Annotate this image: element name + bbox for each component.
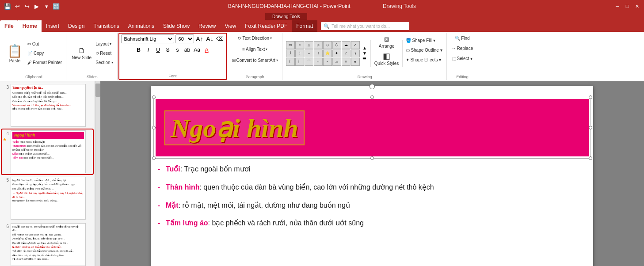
slide-pink-bar[interactable]: Ngoại hình (156, 99, 589, 156)
menu-file[interactable]: File (0, 20, 18, 32)
maximize-btn[interactable]: □ (624, 3, 631, 10)
menu-design[interactable]: Design (64, 20, 89, 32)
section-button[interactable]: Section▾ (94, 58, 114, 67)
menu-home[interactable]: Home (18, 20, 42, 32)
shape-16[interactable]: } (351, 49, 360, 57)
shape-12[interactable]: ↕ (314, 49, 323, 57)
slide-title[interactable]: Ngoại hình (164, 110, 305, 145)
slide-num-4: 4 (3, 131, 9, 136)
shape-3[interactable]: △ (305, 41, 313, 49)
font-size-select[interactable]: 60 (175, 34, 194, 43)
check-icon[interactable]: 🔠 (52, 2, 60, 10)
font-increase-btn[interactable]: A↑ (195, 34, 204, 43)
slide-thumb-3[interactable]: 3 Tâm nguyễn đặc tả... Có nghĩa được nhữ… (2, 83, 93, 128)
title-bar-controls[interactable]: ─ □ ✕ (614, 3, 640, 10)
shape-9[interactable]: ⤴ (286, 49, 295, 57)
ribbon: 📋 Paste ✂ Cut 📄 Copy 🖌 Format Painter Cl… (0, 32, 644, 81)
minimize-btn[interactable]: ─ (614, 3, 621, 10)
menu-review[interactable]: Review (194, 20, 220, 32)
shape-15[interactable]: { (342, 49, 351, 57)
handle-bc[interactable] (370, 156, 374, 160)
shape-14[interactable]: ✦ (332, 49, 341, 57)
shape-more[interactable]: ☰ (362, 56, 366, 61)
shape-outline-btn[interactable]: ▭ Shape Outline ▾ (404, 46, 443, 55)
strikethrough-btn[interactable]: S (164, 46, 172, 54)
shape-22[interactable]: ⌓ (332, 58, 341, 66)
slide-thumb-4[interactable]: 4 ★ Ngoại hình Tuổi: Trạc ngoài bốn mươi… (2, 129, 93, 174)
menu-transitions[interactable]: Transitions (89, 20, 123, 32)
handle-br[interactable] (589, 156, 592, 160)
align-text-btn[interactable]: ≡ Align Text ▾ (241, 45, 269, 53)
handle-ml[interactable] (152, 126, 156, 129)
bold-btn[interactable]: B (134, 46, 143, 54)
shape-2[interactable]: ○ (295, 41, 304, 49)
underline-btn[interactable]: U (154, 46, 163, 54)
shape-13[interactable]: ⭐ (323, 49, 332, 57)
paste-button[interactable]: 📋 Paste (4, 43, 25, 64)
copy-button[interactable]: 📄 Copy (26, 49, 63, 58)
shape-1[interactable]: ▭ (286, 41, 295, 49)
save-icon[interactable]: 💾 (4, 2, 11, 10)
handle-tl[interactable] (152, 95, 156, 99)
shape-17[interactable]: 〖 (286, 58, 295, 66)
menu-insert[interactable]: Insert (42, 20, 64, 32)
close-btn[interactable]: ✕ (633, 3, 640, 10)
slides-scroll-thumb[interactable] (95, 84, 100, 97)
handle-mr[interactable] (589, 126, 592, 129)
shape-24[interactable]: ⎈ (351, 58, 360, 66)
shape-effects-btn[interactable]: ✦ Shape Effects ▾ (404, 56, 443, 65)
layout-button[interactable]: Layout▾ (94, 40, 114, 49)
font-name-select[interactable]: Bahnschrift Lig (121, 34, 174, 43)
shadow-btn[interactable]: s (173, 46, 182, 54)
customize-icon[interactable]: ▾ (42, 2, 50, 10)
select-btn[interactable]: ⬚ Select ▾ (451, 54, 474, 63)
shape-18[interactable]: 〗 (295, 58, 304, 66)
shape-7[interactable]: ☁ (342, 41, 351, 49)
undo-icon[interactable]: ↩ (13, 2, 21, 10)
shape-6[interactable]: ⬡ (332, 41, 341, 49)
handle-bl[interactable] (152, 156, 156, 160)
format-painter-button[interactable]: 🖌 Format Painter (26, 58, 63, 67)
shape-19[interactable]: ⌒ (305, 58, 313, 66)
shape-20[interactable]: ⌣ (314, 58, 323, 66)
cut-button[interactable]: ✂ Cut (26, 40, 63, 49)
spacing-btn[interactable]: ab (183, 46, 192, 54)
find-btn[interactable]: 🔍 Find (453, 34, 471, 42)
shape-scroll-down[interactable]: ▼ (362, 51, 367, 56)
menu-animations[interactable]: Animations (124, 20, 159, 32)
arrange-button[interactable]: ⧈ Arrange (377, 34, 396, 49)
menu-slideshow[interactable]: Slide Show (159, 20, 194, 32)
font-color-btn[interactable]: A (202, 46, 211, 54)
convert-smartart-btn[interactable]: ⊞ Convert to SmartArt ▾ (231, 56, 279, 65)
menu-foxit[interactable]: Foxit Reader PDF (240, 20, 292, 32)
shape-23[interactable]: ⌗ (342, 58, 351, 66)
shape-21[interactable]: ⌢ (323, 58, 332, 66)
reset-button[interactable]: ↺ Reset (94, 49, 114, 58)
shape-11[interactable]: ↔ (305, 49, 313, 57)
shape-scroll-up[interactable]: ▲ (362, 46, 367, 50)
shape-10[interactable]: ⤵ (295, 49, 304, 57)
shape-4[interactable]: ▷ (314, 41, 323, 49)
replace-btn[interactable]: ↔ Replace (450, 44, 475, 53)
italic-btn[interactable]: I (144, 46, 153, 54)
search-placeholder[interactable]: Tell me what you want to do... (332, 24, 390, 29)
text-direction-btn[interactable]: ⟳ Text Direction ▾ (236, 34, 273, 42)
shape-8[interactable]: ↗ (351, 41, 360, 49)
quick-styles-button[interactable]: ◧ Quick Styles (373, 50, 401, 67)
shape-fill-btn[interactable]: 🪣 Shape Fill ▾ (404, 36, 443, 45)
clear-format-btn[interactable]: ⌫ (216, 34, 225, 43)
shape-5[interactable]: ◇ (323, 41, 332, 49)
slide-thumb-5[interactable]: 5 Người đàn bà đó, mỗi lần bước, khổ lắm… (2, 176, 93, 220)
redo-icon[interactable]: ↪ (23, 2, 31, 10)
new-slide-button[interactable]: 🗋 New Slide (70, 46, 93, 61)
slides-scrollbar[interactable] (95, 81, 100, 266)
font-decrease-btn[interactable]: A↓ (206, 34, 214, 43)
present-icon[interactable]: ▶ (33, 2, 41, 10)
change-case-btn[interactable]: Aa (193, 46, 202, 54)
handle-tr[interactable] (589, 95, 592, 99)
handle-tc[interactable] (370, 95, 374, 99)
menu-view[interactable]: View (220, 20, 240, 32)
rotate-handle[interactable] (370, 84, 375, 89)
slide-thumb-6[interactable]: 6 Người đàn bà 48, 59 tưởng ai người nhi… (2, 222, 93, 266)
menu-format[interactable]: Format (292, 20, 317, 32)
